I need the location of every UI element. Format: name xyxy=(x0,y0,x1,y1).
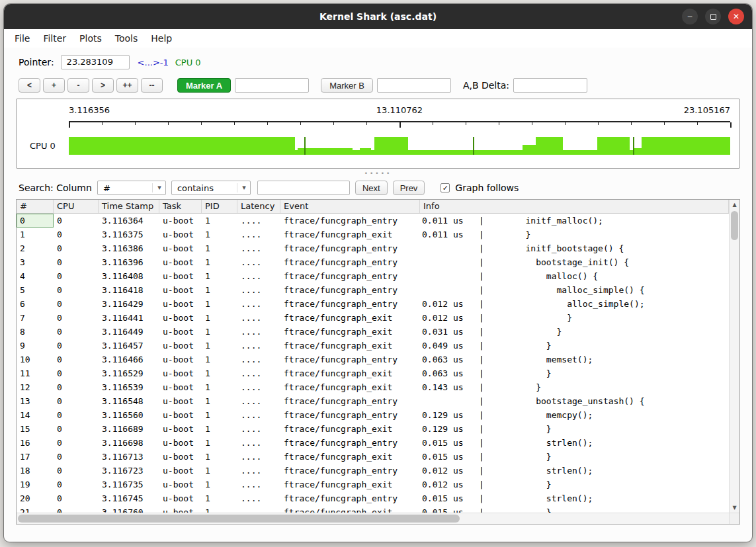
marker-a-position-input[interactable] xyxy=(235,78,309,93)
scroll-up-icon[interactable]: ▲ xyxy=(730,200,739,210)
cell: 3.116689 xyxy=(99,422,159,436)
cell: ftrace/funcgraph_entry xyxy=(280,283,420,297)
cell: 3.116386 xyxy=(99,241,159,255)
marker-b-button[interactable]: Marker B xyxy=(321,78,373,93)
table-row[interactable]: 703.116441u-boot1....ftrace/funcgraph_ex… xyxy=(17,311,729,325)
cell: u-boot xyxy=(159,478,202,491)
menu-item-tools[interactable]: Tools xyxy=(115,33,138,44)
axis-tick xyxy=(267,122,268,125)
horizontal-scroll-thumb[interactable] xyxy=(18,515,460,523)
scroll-right-button[interactable]: > xyxy=(92,78,114,93)
vertical-scroll-thumb[interactable] xyxy=(731,211,738,240)
table-row[interactable]: 903.116457u-boot1....ftrace/funcgraph_ex… xyxy=(17,339,729,353)
cell: 3.116375 xyxy=(99,228,159,241)
cell: 0.011 us | } xyxy=(420,228,729,241)
cell: 3.116449 xyxy=(99,325,159,339)
search-column-select[interactable]: # ▾ xyxy=(97,181,166,195)
scroll-left-button[interactable]: < xyxy=(19,78,40,93)
table-row[interactable]: 603.116429u-boot1....ftrace/funcgraph_en… xyxy=(17,297,729,311)
cell: 1 xyxy=(202,366,237,380)
search-next-button[interactable]: Next xyxy=(355,181,388,195)
nav-buttons: <+->++-- xyxy=(19,78,163,93)
cell: 1 xyxy=(202,436,237,450)
table-row[interactable]: 1603.116698u-boot1....ftrace/funcgraph_e… xyxy=(17,436,729,450)
zoom-out-fast-button[interactable]: -- xyxy=(141,78,163,93)
cell: ftrace/funcgraph_entry xyxy=(280,353,420,366)
cell: 0 xyxy=(54,478,99,491)
cell: 0 xyxy=(54,214,99,228)
cell: ftrace/funcgraph_entry xyxy=(280,408,420,422)
maximize-button[interactable] xyxy=(705,9,721,24)
cell: 0 xyxy=(54,241,99,255)
table-row[interactable]: 1003.116466u-boot1....ftrace/funcgraph_e… xyxy=(17,353,729,366)
time-axis-labels: 3.116356 13.110762 23.105167 xyxy=(69,105,730,116)
cell: 3.116529 xyxy=(99,366,159,380)
axis-tick xyxy=(135,122,136,125)
table-row[interactable]: 1803.116723u-boot1....ftrace/funcgraph_e… xyxy=(17,464,729,478)
axis-tick xyxy=(532,122,532,125)
column-header-info: Info xyxy=(420,200,729,213)
cpu0-plot[interactable] xyxy=(69,137,730,155)
cell: u-boot xyxy=(159,311,202,325)
table-row[interactable]: 303.116396u-boot1....ftrace/funcgraph_en… xyxy=(17,255,729,269)
ab-delta-input[interactable] xyxy=(513,78,587,93)
search-condition-select[interactable]: contains ▾ xyxy=(171,181,251,195)
table-row[interactable]: 103.116375u-boot1....ftrace/funcgraph_ex… xyxy=(17,228,729,241)
axis-mid-label: 13.110762 xyxy=(376,105,423,115)
menu-item-plots[interactable]: Plots xyxy=(79,33,102,44)
search-prev-button[interactable]: Prev xyxy=(393,181,425,195)
marker-a-button[interactable]: Marker A xyxy=(177,78,231,93)
zoom-in-fast-button[interactable]: ++ xyxy=(116,78,138,93)
cell: ftrace/funcgraph_exit xyxy=(280,311,420,325)
cell: 1 xyxy=(202,269,237,283)
table-row[interactable]: 2103.116760u-boot1....ftrace/funcgraph_e… xyxy=(17,505,729,513)
marker-b-position-input[interactable] xyxy=(377,78,451,93)
table-row[interactable]: 003.116364u-boot1....ftrace/funcgraph_en… xyxy=(17,214,729,228)
vertical-scrollbar[interactable]: ▲ ▼ xyxy=(729,200,739,513)
cell: ftrace/funcgraph_exit xyxy=(280,422,420,436)
minimize-button[interactable]: – xyxy=(682,9,698,24)
close-button[interactable]: ✕ xyxy=(728,9,744,24)
table-row[interactable]: 1403.116560u-boot1....ftrace/funcgraph_e… xyxy=(17,408,729,422)
splitter-handle[interactable]: ••••• xyxy=(4,169,752,178)
table-row[interactable]: 403.116408u-boot1....ftrace/funcgraph_en… xyxy=(17,269,729,283)
table-row[interactable]: 803.116449u-boot1....ftrace/funcgraph_ex… xyxy=(17,325,729,339)
table-row[interactable]: 1303.116548u-boot1....ftrace/funcgraph_e… xyxy=(17,394,729,408)
cell: ftrace/funcgraph_entry xyxy=(280,464,420,478)
table-row[interactable]: 1103.116529u-boot1....ftrace/funcgraph_e… xyxy=(17,366,729,380)
horizontal-scrollbar[interactable] xyxy=(17,513,729,524)
cell: 0.063 us | memset(); xyxy=(420,353,729,366)
zoom-out-button[interactable]: - xyxy=(67,78,89,93)
menu-item-filter[interactable]: Filter xyxy=(43,33,66,44)
table-row[interactable]: 203.116386u-boot1....ftrace/funcgraph_en… xyxy=(17,241,729,255)
graph-follows-checkbox[interactable]: ✓ xyxy=(441,183,450,192)
cell: 1 xyxy=(202,450,237,464)
menu-item-help[interactable]: Help xyxy=(151,33,172,44)
search-input[interactable] xyxy=(257,181,350,195)
cell: 3.116408 xyxy=(99,269,159,283)
cell: u-boot xyxy=(159,297,202,311)
table-row[interactable]: 1203.116539u-boot1....ftrace/funcgraph_e… xyxy=(17,380,729,394)
axis-tick xyxy=(333,122,334,125)
cell: ftrace/funcgraph_exit xyxy=(280,339,420,353)
cell: 1 xyxy=(17,228,54,241)
title-bar: Kernel Shark (asc.dat) – ✕ xyxy=(4,4,752,29)
ab-delta-label: A,B Delta: xyxy=(463,80,509,91)
table-row[interactable]: 1703.116713u-boot1....ftrace/funcgraph_e… xyxy=(17,450,729,464)
table-row[interactable]: 1903.116735u-boot1....ftrace/funcgraph_e… xyxy=(17,478,729,491)
table-row[interactable]: 2003.116745u-boot1....ftrace/funcgraph_e… xyxy=(17,491,729,505)
menu-item-file[interactable]: File xyxy=(15,33,30,44)
axis-tick xyxy=(565,122,566,125)
search-bar: Search: Column # ▾ contains ▾ Next Prev … xyxy=(19,179,752,196)
table-row[interactable]: 1503.116689u-boot1....ftrace/funcgraph_e… xyxy=(17,422,729,436)
table-row[interactable]: 503.116418u-boot1....ftrace/funcgraph_en… xyxy=(17,283,729,297)
scroll-down-icon[interactable]: ▼ xyxy=(730,503,739,513)
cell: 19 xyxy=(17,478,54,491)
axis-tick xyxy=(399,122,401,128)
cpu-activity-segment xyxy=(634,148,642,155)
window-controls: – ✕ xyxy=(682,9,744,24)
cell: 0 xyxy=(54,422,99,436)
cell: 3.116723 xyxy=(99,464,159,478)
cell: 0.012 us | } xyxy=(420,311,729,325)
zoom-in-button[interactable]: + xyxy=(43,78,65,93)
